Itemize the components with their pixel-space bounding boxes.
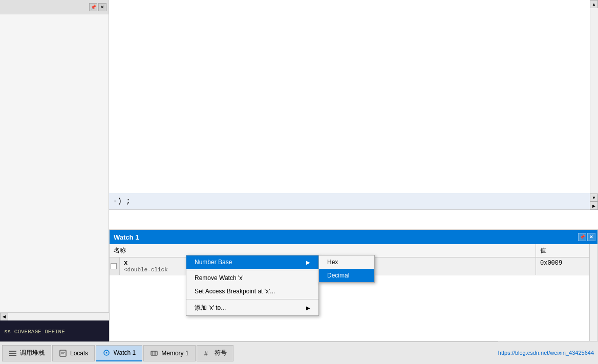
row-dot (111, 263, 117, 269)
watch-scrollbar[interactable] (589, 244, 597, 341)
menu-divider-2 (186, 299, 318, 299)
watch-panel-titlebar: Watch 1 📌 ✕ (110, 230, 597, 244)
code-line: -) ; (109, 193, 598, 209)
svg-text:#: # (204, 350, 208, 357)
svg-point-7 (105, 352, 107, 354)
menu-divider (186, 270, 318, 270)
menu-item-label: 添加 'x' to... (195, 304, 226, 312)
watch-panel: Watch 1 📌 ✕ 名称 值 x <double-click 0x0009 (109, 229, 598, 341)
bottom-code-display: ss COVERAGE DEFINE (0, 320, 109, 343)
memory1-icon (150, 349, 158, 357)
watch-name-sub: <double-click (124, 267, 168, 273)
tab-symbols[interactable]: # 符号 (197, 345, 233, 361)
row-indicator (110, 258, 120, 275)
svg-rect-1 (9, 353, 16, 354)
tab-locals[interactable]: Locals (52, 345, 95, 361)
submenu-label-hex: Hex (327, 259, 338, 266)
menu-item-number-base[interactable]: Number Base ▶ (186, 255, 318, 269)
code-text: -) ; (113, 197, 131, 205)
menu-item-set-breakpoint[interactable]: Set Access Breakpoint at 'x'... (186, 285, 318, 298)
submenu: Hex Decimal (318, 255, 375, 283)
submenu-arrow-2: ▶ (306, 305, 310, 311)
vertical-scrollbar[interactable]: ▲ ▼ ▶ (590, 0, 598, 210)
submenu-label-decimal: Decimal (327, 272, 349, 279)
watch1-icon (102, 349, 111, 357)
svg-rect-3 (60, 350, 66, 356)
menu-item-add-to[interactable]: 添加 'x' to... ▶ (186, 301, 318, 315)
watch-name-main: x (124, 260, 127, 267)
context-menu: Number Base ▶ Remove Watch 'x' Set Acces… (186, 255, 319, 316)
watch-cell-value: 0x0009 (536, 258, 597, 275)
tab-memory1-label: Memory 1 (161, 350, 188, 357)
status-bar: https://blog.csdn.net/weixin_43425644 (498, 341, 598, 364)
scroll-left-arrow[interactable]: ◀ (0, 313, 8, 321)
tab-watch1-label: Watch 1 (114, 349, 136, 356)
pin-btn[interactable]: 📌 (578, 233, 586, 241)
submenu-item-hex[interactable]: Hex (319, 255, 374, 269)
titlebar-controls: 📌 ✕ (578, 233, 597, 241)
tab-memory1[interactable]: Memory 1 (143, 345, 195, 361)
close-btn[interactable]: ✕ (587, 233, 595, 241)
left-panel-header: 📌 ✕ (0, 0, 109, 14)
call-stack-icon (9, 349, 17, 357)
tab-call-stack-label: 调用堆栈 (20, 349, 45, 357)
locals-icon (59, 349, 67, 357)
close-button[interactable]: ✕ (98, 3, 106, 11)
editor-area: -) ; ▲ ▼ ▶ (109, 0, 598, 210)
left-panel: 📌 ✕ ◀ ss COVERAGE DEFINE (0, 0, 109, 343)
bottom-tabs: 调用堆栈 Locals Watch 1 Memory 1 # 符号 https:… (0, 341, 598, 364)
scroll-down-arrow[interactable]: ▼ (590, 194, 598, 202)
col-value-header: 值 (536, 244, 597, 257)
svg-rect-0 (9, 351, 16, 352)
tab-call-stack[interactable]: 调用堆栈 (2, 345, 51, 361)
menu-item-label: Remove Watch 'x' (195, 274, 244, 282)
menu-item-label: Number Base (195, 259, 232, 266)
tab-locals-label: Locals (70, 350, 88, 357)
watch-panel-title: Watch 1 (114, 233, 139, 241)
submenu-arrow: ▶ (306, 260, 310, 265)
pin-button[interactable]: 📌 (89, 3, 97, 11)
submenu-item-decimal[interactable]: Decimal (319, 269, 374, 282)
menu-item-label: Set Access Breakpoint at 'x'... (195, 288, 275, 295)
scroll-right-arrow[interactable]: ▶ (590, 202, 598, 210)
horizontal-scrollbar[interactable]: ◀ (0, 312, 109, 320)
tab-watch1[interactable]: Watch 1 (96, 345, 143, 361)
symbols-icon: # (203, 349, 211, 357)
left-panel-content (0, 14, 109, 18)
scroll-up-arrow[interactable]: ▲ (590, 0, 598, 8)
svg-rect-2 (9, 355, 16, 356)
tab-symbols-label: 符号 (215, 349, 227, 357)
menu-item-remove-watch[interactable]: Remove Watch 'x' (186, 271, 318, 285)
status-url: https://blog.csdn.net/weixin_43425644 (498, 350, 594, 356)
